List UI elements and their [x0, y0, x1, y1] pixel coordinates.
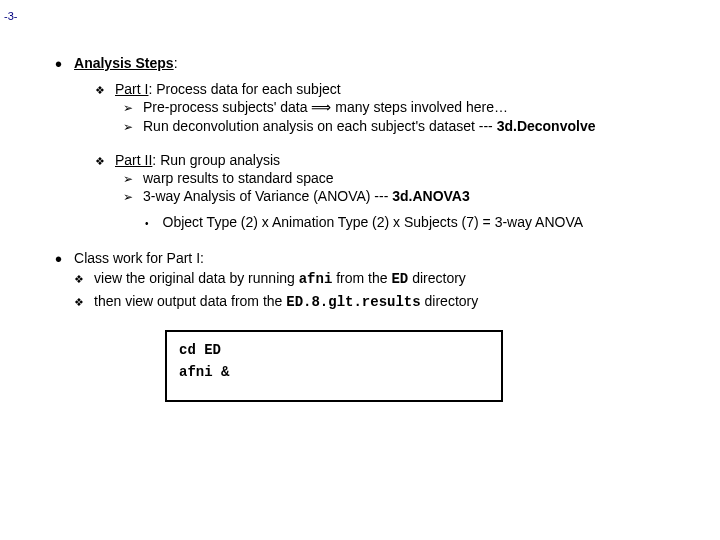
part2-a2-bold: 3d.ANOVA3: [392, 188, 470, 204]
part2-block: ❖ Part II: Run group analysis ➢ warp res…: [95, 152, 700, 230]
part2-a1: warp results to standard space: [143, 170, 334, 186]
cw-l2-code: ED.8.glt.results: [286, 294, 420, 310]
classwork-l2: ❖ then view output data from the ED.8.gl…: [74, 293, 478, 310]
implies-icon: ⟹: [311, 100, 331, 115]
small-bullet-icon: •: [145, 218, 149, 230]
page-number: -3-: [4, 10, 17, 22]
diamond-icon: ❖: [95, 84, 105, 97]
cw-l2-pre: then view output data from the: [94, 293, 286, 309]
code-box: cd ED afni &: [165, 330, 503, 402]
part2-text: Part II: Run group analysis: [115, 152, 280, 168]
part1-a1-post: many steps involved here…: [331, 99, 508, 115]
part1-a2-bold: 3d.Deconvolve: [497, 118, 596, 134]
classwork-body: Class work for Part I: ❖ view the origin…: [74, 250, 478, 312]
arrow-icon: ➢: [123, 101, 133, 115]
cw-l1-mid: from the: [332, 270, 391, 286]
part2-a2-pre: 3-way Analysis of Variance (ANOVA) ---: [143, 188, 392, 204]
part1-rest: : Process data for each subject: [148, 81, 340, 97]
part2-arrow1: ➢ warp results to standard space: [123, 170, 700, 186]
classwork-lead: Class work for Part I:: [74, 250, 478, 266]
bullet-classwork: • Class work for Part I: ❖ view the orig…: [55, 250, 700, 312]
part1-a1-pre: Pre-process subjects' data: [143, 99, 311, 115]
part1-a1: Pre-process subjects' data ⟹ many steps …: [143, 99, 508, 116]
bullet-analysis-steps: • Analysis Steps:: [55, 55, 700, 71]
part2-row: ❖ Part II: Run group analysis: [95, 152, 700, 168]
part2-label: Part II: [115, 152, 152, 168]
heading-text: Analysis Steps: [74, 55, 174, 71]
part1-label: Part I: [115, 81, 148, 97]
slide-content: • Analysis Steps: ❖ Part I: Process data…: [0, 0, 720, 402]
classwork-l1: ❖ view the original data by running afni…: [74, 270, 478, 287]
diamond-icon: ❖: [95, 155, 105, 168]
cw-l2-post: directory: [421, 293, 479, 309]
code-line-2: afni &: [179, 364, 489, 380]
code-line-1: cd ED: [179, 342, 489, 358]
arrow-icon: ➢: [123, 172, 133, 186]
arrow-icon: ➢: [123, 190, 133, 204]
part2-a2: 3-way Analysis of Variance (ANOVA) --- 3…: [143, 188, 470, 204]
bullet-dot-icon: •: [55, 252, 62, 312]
part2-inner: • Object Type (2) x Animation Type (2) x…: [145, 214, 700, 230]
part1-a2: Run deconvolution analysis on each subje…: [143, 118, 595, 134]
part2-inner-text: Object Type (2) x Animation Type (2) x S…: [163, 214, 584, 230]
heading-line: Analysis Steps:: [74, 55, 178, 71]
cw-l1-pre: view the original data by running: [94, 270, 299, 286]
arrow-icon: ➢: [123, 120, 133, 134]
part1-row: ❖ Part I: Process data for each subject: [95, 81, 700, 97]
part2-arrow2: ➢ 3-way Analysis of Variance (ANOVA) ---…: [123, 188, 700, 204]
heading-colon: :: [174, 55, 178, 71]
part1-arrow2: ➢ Run deconvolution analysis on each sub…: [123, 118, 700, 134]
classwork-l2-text: then view output data from the ED.8.glt.…: [94, 293, 478, 310]
part1-a2-pre: Run deconvolution analysis on each subje…: [143, 118, 497, 134]
cw-l1-post: directory: [408, 270, 466, 286]
part1-arrow1: ➢ Pre-process subjects' data ⟹ many step…: [123, 99, 700, 116]
cw-l1-code1: afni: [299, 271, 333, 287]
part1-arrows: ➢ Pre-process subjects' data ⟹ many step…: [123, 99, 700, 134]
bullet-dot-icon: •: [55, 57, 62, 71]
classwork-l1-text: view the original data by running afni f…: [94, 270, 466, 287]
part2-rest: : Run group analysis: [152, 152, 280, 168]
part1-text: Part I: Process data for each subject: [115, 81, 341, 97]
cw-l1-code2: ED: [391, 271, 408, 287]
diamond-icon: ❖: [74, 273, 84, 286]
part2-inner-row: • Object Type (2) x Animation Type (2) x…: [145, 214, 700, 230]
part2-arrows: ➢ warp results to standard space ➢ 3-way…: [123, 170, 700, 204]
diamond-icon: ❖: [74, 296, 84, 309]
part1-block: ❖ Part I: Process data for each subject …: [95, 81, 700, 134]
